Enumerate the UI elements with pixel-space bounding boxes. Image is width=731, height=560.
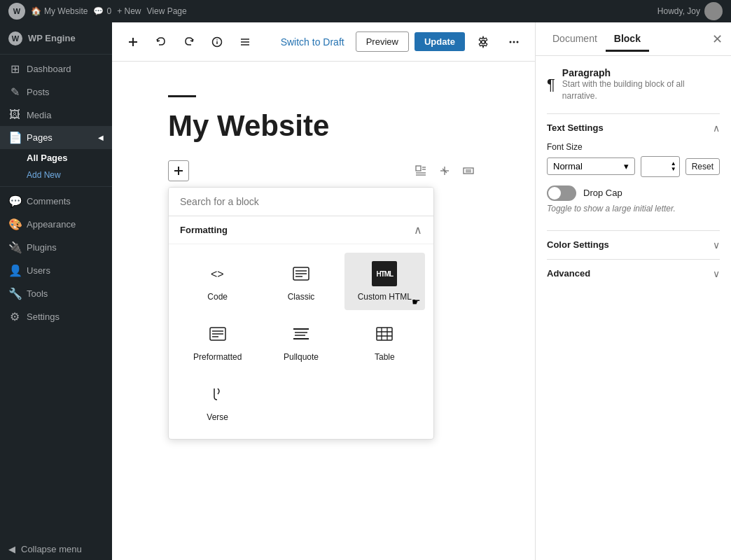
sidebar-item-users[interactable]: 👤 Users bbox=[0, 259, 112, 282]
sidebar-item-plugins[interactable]: 🔌 Plugins bbox=[0, 236, 112, 259]
settings-gear-button[interactable] bbox=[471, 29, 496, 55]
color-settings-header[interactable]: Color Settings ∨ bbox=[547, 231, 720, 259]
sidebar-item-media[interactable]: 🖼 Media bbox=[0, 104, 112, 126]
more-options-button[interactable] bbox=[501, 29, 527, 55]
all-pages-label: All Pages bbox=[27, 153, 68, 163]
block-desc: Start with the building block of all nar… bbox=[562, 78, 720, 102]
block-item-code[interactable]: <> Code bbox=[177, 253, 258, 310]
font-size-number-input[interactable]: ▲ ▼ bbox=[641, 156, 680, 177]
add-block-button[interactable] bbox=[120, 29, 146, 55]
svg-point-8 bbox=[482, 40, 485, 43]
media-icon: 🖼 bbox=[8, 108, 21, 121]
text-settings-title: Text Settings bbox=[547, 122, 604, 133]
sidebar-item-pages-label: Pages bbox=[27, 132, 53, 143]
down-arrow-icon: ▼ bbox=[671, 167, 676, 172]
sidebar-item-pages[interactable]: 📄 Pages ◀ bbox=[0, 126, 112, 149]
block-item-pullquote[interactable]: Pullquote bbox=[260, 313, 341, 370]
user-avatar bbox=[704, 2, 723, 20]
wp-logo-area[interactable]: W bbox=[8, 3, 25, 20]
users-icon: 👤 bbox=[8, 264, 21, 277]
wp-logo-icon: W bbox=[8, 3, 25, 20]
sidebar-item-posts-label: Posts bbox=[27, 87, 50, 97]
image-left-icon bbox=[415, 165, 426, 176]
drop-cap-toggle[interactable] bbox=[547, 186, 576, 201]
paragraph-icon: ¶ bbox=[547, 76, 555, 94]
advanced-settings-header[interactable]: Advanced ∨ bbox=[547, 260, 720, 288]
posts-icon: ✎ bbox=[8, 85, 21, 99]
site-name-link[interactable]: 🏠 My Website bbox=[31, 6, 88, 16]
block-item-preformatted[interactable]: Preformatted bbox=[177, 313, 258, 370]
block-item-custom-html[interactable]: HTML Custom HTML ☛ bbox=[344, 253, 425, 310]
gear-icon bbox=[477, 36, 489, 48]
float-toolbar bbox=[410, 160, 479, 181]
sidebar-item-settings[interactable]: ⚙ Settings bbox=[0, 305, 112, 328]
text-settings-section: Text Settings ∧ Font Size Normal ▾ ▲ bbox=[547, 113, 720, 230]
list-icon bbox=[239, 36, 251, 48]
redo-button[interactable] bbox=[176, 29, 202, 55]
new-label: + New bbox=[117, 6, 141, 16]
svg-rect-38 bbox=[377, 328, 392, 340]
block-item-table[interactable]: Table bbox=[344, 313, 425, 370]
sidebar-item-users-label: Users bbox=[27, 265, 50, 276]
font-size-reset-button[interactable]: Reset bbox=[685, 158, 720, 175]
tab-block[interactable]: Block bbox=[606, 27, 649, 52]
main-editor-area: Switch to Draft Preview Update My Websit… bbox=[112, 22, 535, 560]
switch-to-draft-button[interactable]: Switch to Draft bbox=[275, 32, 350, 52]
page-title[interactable]: My Website bbox=[168, 108, 479, 144]
undo-button[interactable] bbox=[148, 29, 174, 55]
formatting-section-title: Formatting bbox=[180, 225, 228, 235]
pages-arrow: ◀ bbox=[98, 134, 104, 141]
transform-icon bbox=[439, 165, 450, 176]
info-button[interactable] bbox=[204, 29, 230, 55]
plugins-icon: 🔌 bbox=[8, 241, 21, 254]
add-inline-icon bbox=[174, 166, 183, 176]
view-page-label: View Page bbox=[147, 6, 187, 16]
sidebar-item-posts[interactable]: ✎ Posts bbox=[0, 80, 112, 104]
sidebar-item-all-pages[interactable]: All Pages bbox=[0, 149, 112, 167]
code-block-icon: <> bbox=[205, 261, 230, 286]
home-icon: 🏠 bbox=[31, 6, 41, 16]
list-view-button[interactable] bbox=[232, 29, 258, 55]
formatting-toggle-button[interactable]: ∧ bbox=[414, 223, 422, 237]
preview-button[interactable]: Preview bbox=[356, 31, 409, 52]
sidebar-item-dashboard[interactable]: ⊞ Dashboard bbox=[0, 57, 112, 80]
sidebar-logo[interactable]: W WP Engine bbox=[0, 22, 112, 55]
font-size-value: Normal bbox=[553, 161, 583, 172]
sidebar-item-appearance[interactable]: 🎨 Appearance bbox=[0, 213, 112, 236]
block-item-classic[interactable]: Classic bbox=[260, 253, 341, 310]
block-item-verse[interactable]: Verse bbox=[177, 373, 258, 430]
wide-align-button[interactable] bbox=[458, 160, 479, 181]
sidebar-item-comments[interactable]: 💬 Comments bbox=[0, 190, 112, 213]
ellipsis-icon bbox=[508, 36, 520, 48]
custom-html-block-icon: HTML bbox=[372, 261, 397, 286]
comment-link[interactable]: 💬 0 bbox=[93, 6, 111, 16]
sidebar-item-add-new[interactable]: Add New bbox=[0, 167, 112, 183]
advanced-section: Advanced ∨ bbox=[547, 259, 720, 288]
svg-text:<>: <> bbox=[211, 268, 224, 280]
new-link[interactable]: + New bbox=[117, 6, 141, 16]
view-page-link[interactable]: View Page bbox=[147, 6, 187, 16]
nav-divider bbox=[0, 186, 112, 187]
collapse-label: Collapse menu bbox=[21, 544, 82, 554]
panel-close-button[interactable]: ✕ bbox=[712, 31, 723, 47]
font-size-select[interactable]: Normal ▾ bbox=[547, 158, 635, 175]
advanced-title: Advanced bbox=[547, 268, 590, 279]
search-block-input[interactable] bbox=[169, 188, 433, 216]
add-block-inline-button[interactable] bbox=[168, 160, 189, 181]
text-settings-content: Font Size Normal ▾ ▲ ▼ bbox=[547, 142, 720, 230]
code-block-label: Code bbox=[207, 292, 228, 302]
transform-button[interactable] bbox=[434, 160, 455, 181]
collapse-menu-btn[interactable]: ◀ Collapse menu bbox=[0, 538, 112, 560]
sidebar: W WP Engine ⊞ Dashboard ✎ Posts 🖼 Media … bbox=[0, 22, 112, 560]
text-settings-header[interactable]: Text Settings ∧ bbox=[547, 114, 720, 142]
sidebar-item-tools[interactable]: 🔧 Tools bbox=[0, 282, 112, 305]
image-align-button[interactable] bbox=[410, 160, 431, 181]
update-button[interactable]: Update bbox=[415, 32, 465, 51]
pages-icon: 📄 bbox=[8, 131, 21, 144]
sidebar-logo-text: WP Engine bbox=[28, 33, 76, 43]
greeting-text: Howdy, Joy bbox=[657, 6, 700, 16]
svg-point-9 bbox=[510, 41, 512, 43]
svg-point-4 bbox=[216, 39, 218, 41]
formatting-section: Formatting ∧ <> Code bbox=[169, 216, 433, 439]
tab-document[interactable]: Document bbox=[544, 27, 606, 52]
